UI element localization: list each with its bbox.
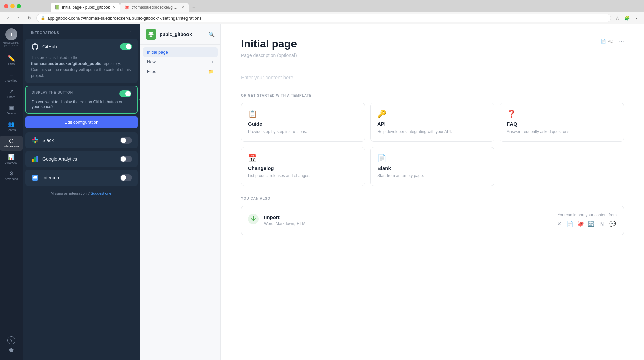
google-analytics-integration: Google Analytics [25, 151, 138, 167]
suggest-link[interactable]: Suggest one. [91, 191, 112, 195]
slack-integration: Slack [25, 132, 138, 148]
display-button-toggle[interactable] [119, 90, 131, 97]
sidebar-item-design[interactable]: ▣ Design [0, 103, 23, 118]
more-options-button[interactable]: ··· [619, 38, 624, 45]
guide-desc: Provide step by step instructions. [248, 129, 358, 135]
tab-github[interactable]: 🐙 thomassuedbroecker/gitbook... ✕ [120, 3, 189, 12]
template-card-guide[interactable]: 📋 Guide Provide step by step instruction… [241, 103, 365, 142]
design-icon: ▣ [9, 105, 14, 111]
help-button[interactable]: ? [7, 336, 15, 344]
svg-rect-7 [36, 141, 38, 142]
lock-icon: 🔒 [41, 16, 45, 20]
minimize-window-button[interactable] [10, 4, 15, 8]
sidebar-item-integrations[interactable]: ⬡ Integrations [0, 136, 23, 151]
browser-tabs: 📗 Initial page - pubic_gitbook ✕ 🐙 thoma… [24, 0, 225, 12]
refresh-button[interactable]: ↻ [25, 14, 34, 22]
changelog-name: Changelog [248, 165, 358, 171]
github-description: This project is linked to the thomassued… [25, 55, 138, 83]
doc-icon: 📄 [566, 220, 574, 228]
back-button[interactable]: ‹ [4, 14, 12, 22]
menu-icon[interactable]: ⋮ [633, 14, 640, 22]
framer-icon: ✕ [555, 220, 563, 228]
close-window-button[interactable] [4, 4, 8, 8]
space-search-button[interactable]: 🔍 [208, 31, 215, 38]
space-panel: pubic_gitbook 🔍 Initial page New + Files… [140, 24, 221, 360]
new-page-add-icon: + [211, 59, 214, 64]
template-section-label: OR GET STARTED WITH A TEMPLATE [241, 94, 624, 97]
chat-icon: 💬 [609, 220, 617, 228]
tab-close-gitbook[interactable]: ✕ [113, 5, 116, 10]
google-analytics-toggle[interactable] [120, 156, 132, 162]
space-nav-item-new[interactable]: New + [143, 57, 218, 67]
sidebar-item-share[interactable]: ↗ Share [0, 86, 23, 101]
svg-rect-10 [36, 156, 38, 162]
import-info: Import Word, Markdown, HTML [264, 214, 550, 226]
tab-close-github[interactable]: ✕ [181, 5, 184, 10]
github-toggle[interactable] [120, 43, 132, 50]
import-card[interactable]: Import Word, Markdown, HTML You can impo… [241, 206, 624, 235]
svg-rect-8 [32, 159, 34, 162]
import-right: You can import your content from ✕ 📄 🐙 🔄… [555, 213, 617, 228]
intercom-integration: Intercom [25, 170, 138, 186]
intercom-toggle[interactable] [120, 174, 132, 181]
maximize-window-button[interactable] [17, 4, 21, 8]
content-placeholder[interactable]: Enter your content here... [241, 74, 624, 80]
avatar[interactable]: T [5, 28, 17, 40]
display-button-question: Do you want to display the edit on GitHu… [32, 100, 131, 109]
also-section-label: YOU CAN ALSO [241, 197, 624, 200]
space-nav-item-initial-page[interactable]: Initial page [143, 47, 218, 57]
edit-configuration-button[interactable]: Edit configuration [25, 116, 138, 128]
new-tab-button[interactable]: + [189, 3, 199, 12]
sidebar-item-activities[interactable]: ≡ Activities [0, 70, 23, 85]
changelog-emoji: 📅 [248, 154, 358, 163]
space-header: pubic_gitbook 🔍 [140, 24, 220, 45]
template-card-api[interactable]: 🔑 API Help developers integrating with y… [370, 103, 494, 142]
advanced-icon: ⚙ [9, 171, 14, 176]
sidebar-item-teams[interactable]: 👥 Teams [0, 119, 23, 134]
extensions-icon[interactable]: 🧩 [623, 14, 631, 22]
sidebar-item-edits[interactable]: ✏️ Edits [0, 53, 23, 68]
intercom-icon [31, 174, 39, 182]
svg-rect-11 [32, 175, 38, 181]
bookmark-icon[interactable]: ☆ [614, 14, 621, 22]
intercom-header: Intercom [25, 170, 138, 186]
import-icon [248, 214, 259, 227]
slack-icon [31, 136, 39, 144]
page-title: Initial page [241, 38, 297, 50]
address-bar[interactable]: 🔒 app.gitbook.com/@thomas-suedbroecker/s… [36, 14, 611, 22]
display-button-label: DISPLAY THE BUTTON [32, 91, 73, 94]
back-arrow[interactable]: ← [127, 26, 138, 37]
sidebar-item-advanced[interactable]: ⚙ Advanced [0, 168, 23, 184]
stack-icon[interactable]: ⬟ [9, 347, 14, 353]
integrations-panel: INTEGRATIONS ← GitHub This project is li… [23, 24, 140, 360]
edits-icon: ✏️ [8, 55, 15, 61]
export-pdf-button[interactable]: 📄 PDF [601, 39, 616, 44]
template-card-blank[interactable]: 📄 Blank Start from an empty page. [370, 147, 494, 186]
teams-icon: 👥 [8, 122, 15, 127]
google-analytics-header: Google Analytics [25, 151, 138, 167]
github-integration: GitHub This project is linked to the tho… [25, 39, 138, 83]
import-name: Import [264, 214, 550, 220]
page-header: Initial page 📄 PDF ··· [241, 38, 624, 50]
address-text: app.gitbook.com/@thomas-suedbroecker/s/p… [47, 16, 201, 21]
activities-icon: ≡ [10, 72, 13, 78]
slack-toggle[interactable] [120, 137, 132, 144]
template-card-changelog[interactable]: 📅 Changelog List product releases and ch… [241, 147, 365, 186]
sidebar-item-analytics[interactable]: 📊 Analytics [0, 152, 23, 167]
page-divider [241, 66, 624, 66]
browser-addressbar: ‹ › ↻ 🔒 app.gitbook.com/@thomas-suedbroe… [0, 12, 644, 24]
template-card-faq[interactable]: ❓ FAQ Answer frequently asked questions. [500, 103, 624, 142]
dropbox-icon: 🔄 [587, 220, 595, 228]
api-name: API [377, 121, 487, 127]
space-nav-item-files[interactable]: Files 📁 [143, 67, 218, 76]
tab-gitbook[interactable]: 📗 Initial page - pubic_gitbook ✕ [51, 3, 120, 12]
forward-button[interactable]: › [15, 14, 23, 22]
api-desc: Help developers integrating with your AP… [377, 129, 487, 135]
page-actions: 📄 PDF ··· [601, 38, 624, 45]
svg-rect-5 [32, 141, 35, 142]
sidebar-username: Thomas Südbröcker pubic_gitbook [1, 42, 21, 47]
slack-integration-name: Slack [42, 138, 117, 143]
tab-favicon-gitbook: 📗 [55, 5, 59, 10]
svg-rect-14 [35, 176, 36, 178]
svg-rect-15 [36, 176, 37, 179]
